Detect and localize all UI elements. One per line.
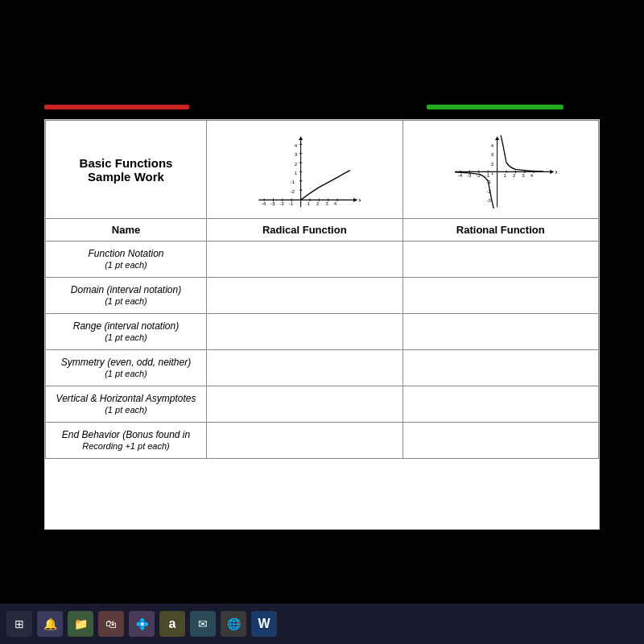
svg-marker-3 [299,137,303,140]
svg-text:2: 2 [491,161,494,167]
rational-value-cell [402,386,599,423]
row-label-cell: Domain (interval notation)(1 pt each) [46,278,207,314]
svg-text:-1: -1 [485,172,490,178]
svg-text:2: 2 [295,161,298,167]
svg-marker-36 [495,137,499,140]
rational-value-cell [402,314,599,350]
row-label-cell: Vertical & Horizontal Asymptotes(1 pt ea… [46,386,207,423]
svg-text:-3: -3 [486,197,491,203]
svg-text:3: 3 [522,172,525,178]
taskbar-start[interactable]: ⊞ [6,611,32,637]
svg-text:1: 1 [308,200,311,206]
taskbar-store[interactable]: 🛍 [98,611,124,637]
radical-value-cell [207,350,403,386]
svg-text:3: 3 [326,200,329,206]
taskbar-mail[interactable]: ✉ [190,611,216,637]
svg-text:-2: -2 [280,200,285,206]
taskbar-files[interactable]: 📁 [68,611,93,637]
taskbar-search[interactable]: 🔔 [37,611,63,637]
rational-graph-cell: x -4 -3 -2 -1 1 2 3 4 4 3 2 1 [402,121,599,219]
table-row: Range (interval notation)(1 pt each) [46,314,599,350]
svg-text:x: x [359,196,361,204]
radical-value-cell [207,242,403,278]
radical-function-svg: x -4 -3 -2 -1 1 2 3 4 4 3 2 1 [248,124,361,213]
svg-text:4: 4 [334,200,337,206]
table-row: Symmetry (even, odd, neither)(1 pt each) [46,350,599,386]
svg-text:-4: -4 [457,172,462,178]
svg-text:x: x [555,168,557,175]
rational-value-cell [402,350,599,386]
rational-value-cell [402,278,599,314]
radical-value-cell [207,278,403,314]
svg-text:-1: -1 [289,200,294,206]
rational-value-cell [402,423,599,459]
svg-text:1: 1 [295,170,298,175]
table-row: End Behavior (Bonus found inRecording +1… [46,423,599,459]
taskbar-amazon[interactable]: a [159,611,185,637]
svg-text:-2: -2 [291,188,295,194]
radical-value-cell [207,314,403,350]
name-column-header: Name [46,219,207,242]
svg-marker-2 [354,198,357,202]
taskbar-word[interactable]: W [251,611,277,637]
table-row: Domain (interval notation)(1 pt each) [46,278,599,314]
radical-value-cell [207,386,403,423]
row-label-cell: Range (interval notation)(1 pt each) [46,314,207,350]
taskbar-chrome[interactable]: 🌐 [221,611,246,637]
svg-text:4: 4 [530,172,534,178]
svg-text:3: 3 [491,151,494,157]
rational-function-svg: x -4 -3 -2 -1 1 2 3 4 4 3 2 1 [444,124,557,213]
svg-text:2: 2 [316,200,320,206]
svg-text:3: 3 [295,151,298,157]
svg-text:4: 4 [491,142,494,148]
worksheet-title: Basic Functions Sample Work [46,121,207,219]
rational-column-header: Rational Function [402,219,599,242]
svg-marker-35 [550,170,553,174]
taskbar: ⊞ 🔔 📁 🛍 💠 a ✉ 🌐 W [0,604,644,644]
svg-text:4: 4 [295,142,298,148]
worksheet-paper: Basic Functions Sample Work x [44,119,600,530]
title-line2: Sample Work [88,170,164,184]
table-row: Vertical & Horizontal Asymptotes(1 pt ea… [46,386,599,423]
svg-text:2: 2 [513,172,516,178]
svg-text:-3: -3 [270,200,275,206]
radical-graph-cell: x -4 -3 -2 -1 1 2 3 4 4 3 2 1 [207,121,403,219]
radical-value-cell [207,423,403,459]
radical-column-header: Radical Function [207,219,403,242]
svg-text:1: 1 [491,170,494,175]
taskbar-dropbox[interactable]: 💠 [129,611,155,637]
table-row: Function Notation(1 pt each) [46,242,599,278]
svg-text:-4: -4 [262,200,266,206]
svg-text:1: 1 [503,172,506,178]
svg-text:-1: -1 [291,179,295,184]
red-bar [44,105,189,109]
rational-value-cell [402,242,599,278]
row-label-cell: Symmetry (even, odd, neither)(1 pt each) [46,350,207,386]
title-line1: Basic Functions [80,156,173,170]
green-bar [427,105,564,109]
row-label-cell: End Behavior (Bonus found inRecording +1… [46,423,207,459]
row-label-cell: Function Notation(1 pt each) [46,242,207,278]
